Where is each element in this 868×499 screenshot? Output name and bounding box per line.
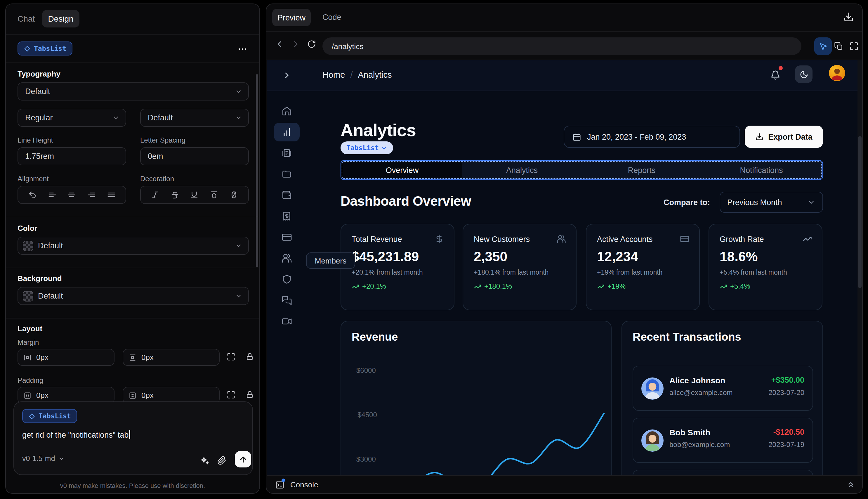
v0-workspace: Chat Design TabsList Typography Default … bbox=[0, 0, 868, 499]
decoration-group bbox=[140, 186, 249, 204]
expand-icon bbox=[227, 352, 235, 361]
overline-icon[interactable] bbox=[210, 191, 219, 199]
no-decoration-icon[interactable] bbox=[229, 191, 238, 199]
stat-sub: +20.1% from last month bbox=[352, 269, 423, 276]
rail-item-video[interactable] bbox=[282, 316, 292, 327]
chevrons-up-icon bbox=[846, 480, 855, 489]
console-expand-button[interactable] bbox=[846, 480, 855, 489]
selected-component-chip[interactable]: TabsList bbox=[17, 41, 73, 56]
theme-toggle-button[interactable] bbox=[795, 65, 813, 83]
transaction-row[interactable]: Alice Johnson alice@example.com +$350.00… bbox=[633, 366, 813, 411]
user-avatar[interactable] bbox=[829, 65, 845, 81]
strikethrough-icon[interactable] bbox=[171, 191, 179, 199]
nav-forward-button[interactable] bbox=[291, 39, 301, 49]
component-overlay-chip[interactable]: TabsList bbox=[340, 142, 393, 154]
tab-design[interactable]: Design bbox=[42, 10, 79, 27]
compare-label: Compare to: bbox=[664, 198, 710, 207]
align-left-icon[interactable] bbox=[48, 191, 57, 199]
prompt-input[interactable]: get rid of the "notifications" tab bbox=[22, 430, 130, 439]
margin-expand-button[interactable] bbox=[227, 352, 235, 361]
download-button[interactable] bbox=[843, 12, 854, 22]
tab-chat[interactable]: Chat bbox=[17, 14, 35, 23]
undo-icon[interactable] bbox=[28, 191, 37, 199]
margin-x-input[interactable]: 0px bbox=[17, 349, 114, 366]
export-data-button[interactable]: Export Data bbox=[745, 126, 823, 148]
notifications-button[interactable] bbox=[770, 70, 780, 80]
transaction-name: Alice Johnson bbox=[669, 376, 725, 385]
stat-card[interactable]: Growth Rate 18.6% +5.4% from last month … bbox=[708, 224, 822, 310]
font-weight-select[interactable]: Regular bbox=[17, 109, 126, 127]
rail-item-invoices[interactable] bbox=[282, 148, 292, 158]
tab-analytics[interactable]: Analytics bbox=[462, 162, 582, 178]
tab-preview[interactable]: Preview bbox=[272, 9, 311, 26]
letter-spacing-value: 0em bbox=[141, 152, 163, 161]
color-heading: Color bbox=[17, 224, 37, 233]
rail-item-security[interactable] bbox=[282, 274, 292, 284]
letter-spacing-input[interactable]: 0em bbox=[140, 147, 249, 165]
enhance-button[interactable] bbox=[200, 456, 210, 466]
model-select[interactable]: v0-1.5-md bbox=[22, 454, 65, 463]
arrow-up-icon bbox=[239, 455, 247, 464]
refresh-button[interactable] bbox=[307, 40, 316, 49]
font-size-select[interactable]: Default bbox=[140, 109, 249, 127]
date-range-picker[interactable]: Jan 20, 2023 - Feb 09, 2023 bbox=[564, 126, 740, 148]
console-label: Console bbox=[290, 480, 318, 489]
align-center-icon[interactable] bbox=[67, 191, 76, 199]
stat-value: 12,234 bbox=[597, 249, 638, 265]
rail-item-files[interactable] bbox=[282, 169, 292, 179]
stat-card[interactable]: New Customers 2,350 +180.1% from last mo… bbox=[463, 224, 576, 310]
italic-icon[interactable] bbox=[151, 191, 160, 199]
rail-item-home[interactable] bbox=[282, 106, 292, 116]
copy-button[interactable] bbox=[834, 41, 843, 51]
tab-reports[interactable]: Reports bbox=[582, 162, 702, 178]
app-scrollbar-thumb[interactable] bbox=[858, 136, 861, 288]
fullscreen-button[interactable] bbox=[849, 41, 859, 51]
background-swatch bbox=[23, 291, 33, 301]
rail-item-analytics[interactable] bbox=[282, 127, 292, 137]
select-mode-button[interactable] bbox=[814, 37, 832, 55]
text-caret bbox=[129, 430, 130, 439]
prompt-composer[interactable]: TabsList get rid of the "notifications" … bbox=[13, 401, 253, 475]
color-select[interactable]: Default bbox=[17, 236, 249, 255]
app-scrollbar-track[interactable] bbox=[857, 60, 862, 475]
send-button[interactable] bbox=[235, 451, 251, 467]
sidebar-toggle-button[interactable] bbox=[282, 71, 292, 80]
align-justify-icon[interactable] bbox=[107, 191, 115, 199]
users-icon bbox=[282, 253, 292, 264]
rail-item-wallet[interactable] bbox=[282, 190, 292, 200]
font-family-value: Default bbox=[18, 87, 50, 96]
rail-item-receipts[interactable] bbox=[282, 211, 292, 221]
rail-item-messages[interactable] bbox=[282, 295, 292, 306]
divider bbox=[266, 31, 862, 32]
url-input[interactable]: /analytics bbox=[322, 37, 802, 55]
background-select[interactable]: Default bbox=[17, 287, 249, 305]
tab-overview[interactable]: Overview bbox=[342, 162, 462, 178]
panel-scrollbar[interactable] bbox=[256, 74, 258, 267]
console-bar[interactable]: Console bbox=[267, 475, 863, 494]
tab-notifications[interactable]: Notifications bbox=[702, 162, 821, 178]
transaction-row[interactable]: Bob Smith bob@example.com -$120.50 2023-… bbox=[633, 418, 813, 463]
rail-item-members[interactable] bbox=[282, 253, 292, 264]
stat-card[interactable]: Total Revenue $45,231.89 +20.1% from las… bbox=[340, 224, 455, 310]
margin-label: Margin bbox=[17, 338, 39, 346]
attach-button[interactable] bbox=[217, 456, 227, 465]
align-right-icon[interactable] bbox=[87, 191, 96, 199]
composer-component-chip[interactable]: TabsList bbox=[22, 409, 77, 423]
stat-card[interactable]: Active Accounts 12,234 +19% from last mo… bbox=[586, 224, 700, 310]
export-label: Export Data bbox=[768, 132, 813, 141]
transaction-row[interactable] bbox=[633, 470, 813, 475]
tab-code[interactable]: Code bbox=[322, 13, 342, 22]
breadcrumb-home[interactable]: Home bbox=[322, 70, 345, 80]
rail-item-cards[interactable] bbox=[282, 232, 292, 243]
margin-y-input[interactable]: 0px bbox=[123, 349, 220, 366]
divider bbox=[6, 268, 259, 268]
underline-icon[interactable] bbox=[190, 191, 199, 199]
more-menu-button[interactable] bbox=[236, 42, 249, 56]
nav-back-button[interactable] bbox=[274, 39, 284, 49]
margin-lock-button[interactable] bbox=[245, 352, 254, 361]
padding-expand-button[interactable] bbox=[227, 390, 235, 399]
font-family-select[interactable]: Default bbox=[17, 82, 249, 100]
padding-lock-button[interactable] bbox=[245, 390, 254, 399]
compare-select[interactable]: Previous Month bbox=[720, 192, 823, 213]
line-height-input[interactable]: 1.75rem bbox=[17, 147, 126, 165]
